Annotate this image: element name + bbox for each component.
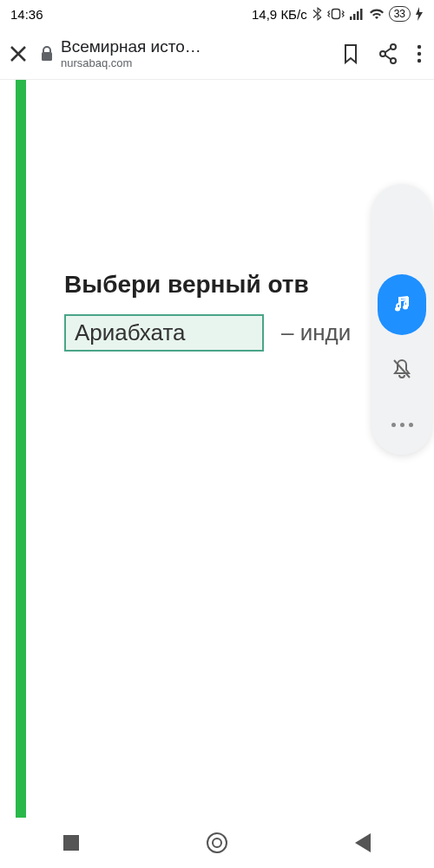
recent-apps-button[interactable]	[63, 835, 79, 851]
status-bar: 14:36 14,9 КБ/с 33	[0, 0, 434, 28]
browser-toolbar: Всемирная исто… nursabaq.com	[0, 28, 434, 80]
svg-rect-4	[360, 9, 363, 20]
svg-rect-3	[357, 11, 359, 20]
answer-suffix: – инди	[281, 319, 351, 346]
floating-tray	[372, 184, 432, 455]
progress-bar	[16, 80, 26, 818]
svg-rect-1	[350, 16, 352, 20]
status-time: 14:36	[10, 7, 43, 22]
svg-point-11	[418, 58, 421, 62]
svg-rect-0	[332, 10, 339, 19]
status-speed: 14,9 КБ/с	[252, 7, 307, 22]
page-content: nı Выбери верный отв Ариабхата – инди	[0, 80, 434, 818]
svg-rect-2	[353, 14, 356, 20]
system-nav-bar	[0, 818, 434, 868]
url-area[interactable]: Всемирная исто… nursabaq.com	[40, 37, 330, 69]
charging-icon	[415, 7, 424, 21]
answer-option[interactable]: Ариабхата	[64, 314, 264, 352]
svg-point-9	[418, 44, 421, 48]
signal-icon	[349, 8, 365, 20]
home-button[interactable]	[207, 832, 227, 853]
svg-point-10	[418, 51, 421, 55]
page-title: Всемирная исто…	[61, 37, 201, 56]
share-icon[interactable]	[378, 43, 398, 64]
wifi-icon	[369, 8, 385, 20]
close-icon[interactable]	[9, 44, 28, 63]
bluetooth-icon	[312, 7, 323, 21]
music-button[interactable]	[378, 274, 426, 335]
menu-icon[interactable]	[417, 44, 422, 63]
vibrate-icon	[327, 8, 345, 20]
tray-more-button[interactable]	[378, 403, 426, 446]
svg-rect-5	[42, 52, 52, 61]
tray-handle[interactable]	[378, 193, 426, 271]
bookmark-icon[interactable]	[342, 43, 359, 64]
battery-indicator: 33	[389, 6, 411, 22]
back-button[interactable]	[355, 833, 371, 852]
mute-notification-button[interactable]	[378, 339, 426, 399]
lock-icon	[40, 46, 54, 62]
page-domain: nursabaq.com	[61, 56, 201, 69]
